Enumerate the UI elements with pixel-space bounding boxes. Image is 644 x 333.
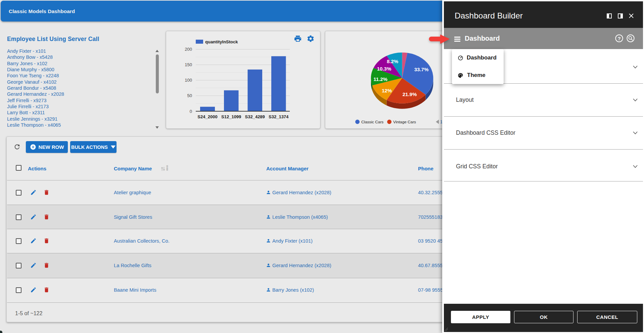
svg-text:quantityInStock: quantityInStock [205, 39, 238, 44]
svg-text:S24_2000: S24_2000 [197, 114, 217, 119]
svg-text:21.9%: 21.9% [403, 91, 417, 97]
svg-text:50: 50 [187, 93, 192, 98]
svg-text:0: 0 [190, 109, 192, 114]
svg-text:11.2%: 11.2% [373, 76, 387, 82]
svg-text:S32_1374: S32_1374 [269, 114, 289, 119]
svg-text:10.3%: 10.3% [377, 66, 392, 72]
svg-text:S32_4289: S32_4289 [245, 114, 265, 119]
svg-text:33.7%: 33.7% [414, 67, 429, 72]
svg-text:150: 150 [185, 62, 192, 67]
svg-text:8.2%: 8.2% [387, 58, 398, 64]
svg-text:100: 100 [185, 78, 192, 83]
svg-text:200: 200 [185, 47, 192, 52]
svg-text:12%: 12% [382, 88, 392, 93]
svg-text:Vintage Cars: Vintage Cars [393, 120, 416, 124]
svg-text:Classic Cars: Classic Cars [361, 120, 383, 124]
svg-text:?: ? [617, 36, 620, 41]
svg-text:S12_1099: S12_1099 [221, 114, 241, 119]
